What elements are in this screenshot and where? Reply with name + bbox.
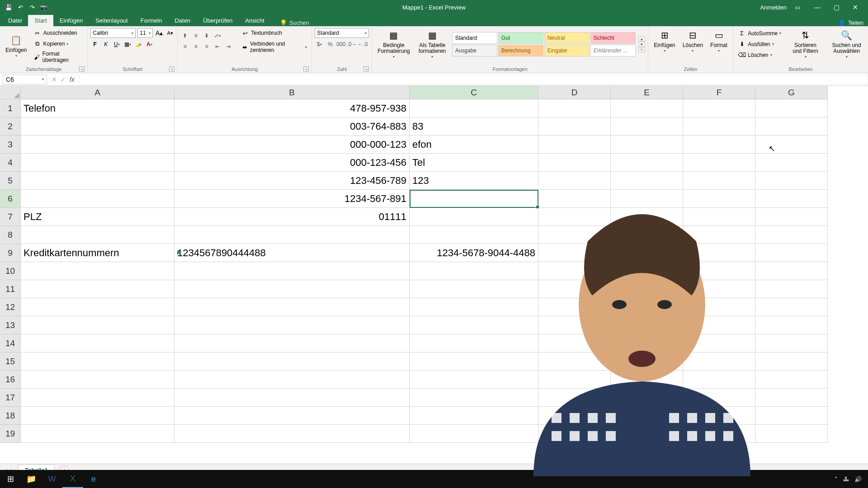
column-header-G[interactable]: G: [755, 86, 828, 99]
cell-C7[interactable]: [410, 208, 538, 226]
tab-start[interactable]: Start: [28, 15, 53, 26]
style-ausgabe[interactable]: Ausgabe: [452, 45, 497, 56]
cell-C10[interactable]: [410, 262, 538, 280]
row-header-4[interactable]: 4: [0, 154, 21, 172]
clipboard-launcher[interactable]: ↘: [79, 66, 85, 72]
save-icon[interactable]: 💾: [5, 3, 13, 11]
cell-D16[interactable]: [538, 371, 611, 389]
cell-D9[interactable]: [538, 244, 611, 262]
volume-icon[interactable]: 🔊: [854, 476, 862, 483]
cell-A15[interactable]: [21, 352, 175, 371]
cell-A4[interactable]: [21, 154, 175, 172]
row-header-15[interactable]: 15: [0, 352, 21, 371]
cell-B7[interactable]: 01111: [175, 208, 410, 226]
cell-B6[interactable]: 1234-567-891: [175, 190, 410, 208]
cell-B2[interactable]: 003-764-883: [175, 117, 410, 136]
merge-center-button[interactable]: ⬌Verbinden und zentrieren▾: [239, 40, 309, 54]
cell-E11[interactable]: [611, 280, 683, 298]
align-left-icon[interactable]: ≡: [180, 42, 189, 51]
cell-C3[interactable]: efon: [410, 136, 538, 154]
cell-A8[interactable]: [21, 226, 175, 244]
align-center-icon[interactable]: ≡: [191, 42, 200, 51]
style-gallery-nav[interactable]: ▴▾▿: [638, 36, 646, 52]
cell-D13[interactable]: [538, 316, 611, 334]
cell-C19[interactable]: [410, 425, 538, 443]
column-header-F[interactable]: F: [683, 86, 755, 99]
row-header-12[interactable]: 12: [0, 298, 21, 316]
cell-F7[interactable]: [683, 208, 755, 226]
cell-F13[interactable]: [683, 316, 755, 334]
cell-D2[interactable]: [538, 117, 611, 136]
cell-B16[interactable]: [175, 371, 410, 389]
font-family-select[interactable]: Calibri▾: [90, 28, 136, 38]
cell-C4[interactable]: Tel: [410, 154, 538, 172]
cell-E13[interactable]: [611, 316, 683, 334]
cell-A14[interactable]: [21, 334, 175, 352]
cell-C2[interactable]: 83: [410, 117, 538, 136]
cell-G11[interactable]: [755, 280, 828, 298]
cell-F18[interactable]: [683, 407, 755, 425]
underline-button[interactable]: U▾: [112, 40, 121, 49]
cell-E17[interactable]: [611, 389, 683, 407]
format-as-table-button[interactable]: ▦Als Tabelle formatieren▾: [415, 28, 449, 60]
style-gut[interactable]: Gut: [498, 32, 543, 44]
cell-D11[interactable]: [538, 280, 611, 298]
increase-font-icon[interactable]: A▴: [155, 28, 164, 38]
row-header-19[interactable]: 19: [0, 425, 21, 443]
tell-me-search[interactable]: 💡 Suchen: [280, 19, 309, 26]
bold-button[interactable]: F: [90, 40, 99, 49]
style-eingabe[interactable]: Eingabe: [544, 45, 590, 56]
cell-B8[interactable]: [175, 226, 410, 244]
cell-E10[interactable]: [611, 262, 683, 280]
cell-D17[interactable]: [538, 389, 611, 407]
cut-button[interactable]: ✂Ausschneiden: [31, 28, 85, 38]
cell-G14[interactable]: [755, 334, 828, 352]
cell-F4[interactable]: [683, 154, 755, 172]
cell-G19[interactable]: [755, 425, 828, 443]
cell-B10[interactable]: [175, 262, 410, 280]
decrease-font-icon[interactable]: A▾: [165, 28, 175, 38]
cell-A12[interactable]: [21, 298, 175, 316]
paste-button[interactable]: 📋 Einfügen ▾: [3, 33, 29, 59]
cell-F10[interactable]: [683, 262, 755, 280]
tab-ueberpruefen[interactable]: Überprüfen: [197, 15, 239, 26]
sort-filter-button[interactable]: ⇅Sortieren und Filtern▾: [787, 28, 824, 60]
italic-button[interactable]: K: [101, 40, 110, 49]
decrease-decimal-icon[interactable]: ←.0: [358, 40, 367, 49]
cell-A5[interactable]: [21, 172, 175, 190]
name-box[interactable]: C6▾: [3, 75, 47, 84]
close-button[interactable]: ✕: [846, 1, 864, 14]
cell-D12[interactable]: [538, 298, 611, 316]
row-header-5[interactable]: 5: [0, 172, 21, 190]
cell-E5[interactable]: [611, 172, 683, 190]
cell-B19[interactable]: [175, 425, 410, 443]
number-format-select[interactable]: Standard▾: [315, 28, 369, 38]
delete-cells-button[interactable]: ⊟Löschen▾: [680, 28, 706, 54]
cell-G6[interactable]: [755, 190, 828, 208]
currency-icon[interactable]: $▾: [315, 40, 324, 49]
cell-B9[interactable]: 1234567890444488: [175, 244, 410, 262]
conditional-formatting-button[interactable]: ▦Bedingte Formatierung▾: [375, 28, 412, 60]
cell-G8[interactable]: [755, 226, 828, 244]
undo-icon[interactable]: ↶: [16, 3, 24, 11]
select-all-corner[interactable]: [0, 86, 21, 99]
cell-F14[interactable]: [683, 334, 755, 352]
account-signin-button[interactable]: Anmelden: [760, 4, 787, 11]
cell-A17[interactable]: [21, 389, 175, 407]
row-header-9[interactable]: 9: [0, 244, 21, 262]
cell-G2[interactable]: [755, 117, 828, 136]
cell-A10[interactable]: [21, 262, 175, 280]
column-header-B[interactable]: B: [175, 86, 410, 99]
style-schlecht[interactable]: Schlecht: [590, 32, 636, 44]
cell-A6[interactable]: [21, 190, 175, 208]
cell-G15[interactable]: [755, 352, 828, 371]
cell-G1[interactable]: [755, 99, 828, 117]
enter-formula-icon[interactable]: ✓: [61, 76, 66, 83]
cell-D6[interactable]: [538, 190, 611, 208]
tab-datei[interactable]: Datei: [2, 15, 28, 26]
percent-icon[interactable]: %: [326, 40, 335, 49]
display-options-icon[interactable]: ▭: [795, 4, 800, 11]
cell-E2[interactable]: [611, 117, 683, 136]
style-standard[interactable]: Standard: [452, 32, 497, 44]
font-size-select[interactable]: 11▾: [137, 28, 153, 38]
